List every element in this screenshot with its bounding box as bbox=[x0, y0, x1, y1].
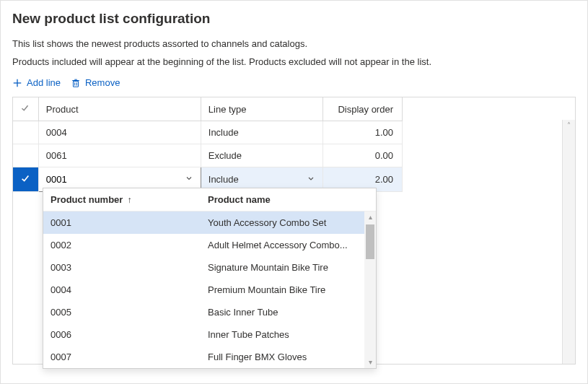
dropdown-item-number: 0004 bbox=[51, 284, 208, 295]
dropdown-item[interactable]: 0004 Premium Mountain Bike Tire bbox=[43, 279, 376, 301]
column-header-select[interactable] bbox=[13, 97, 38, 121]
product-cell[interactable]: 0061 bbox=[38, 144, 201, 167]
dropdown-item[interactable]: 0003 Signature Mountain Bike Tire bbox=[43, 256, 376, 279]
chevron-down-icon[interactable] bbox=[185, 174, 193, 185]
dropdown-header-name[interactable]: Product name bbox=[208, 194, 369, 205]
remove-label: Remove bbox=[85, 77, 120, 88]
column-header-displayorder[interactable]: Display order bbox=[322, 97, 402, 121]
dropdown-item-number: 0005 bbox=[51, 307, 208, 318]
dropdown-item-name: Signature Mountain Bike Tire bbox=[208, 262, 369, 273]
dropdown-item-name: Premium Mountain Bike Tire bbox=[208, 284, 369, 295]
grid-scrollbar[interactable]: ˄ bbox=[562, 120, 575, 364]
trash-icon bbox=[71, 78, 81, 88]
remove-button[interactable]: Remove bbox=[71, 77, 120, 88]
scroll-up-icon[interactable]: ˄ bbox=[563, 120, 575, 131]
table-row[interactable]: 0061 Exclude 0.00 bbox=[13, 144, 403, 167]
dropdown-item[interactable]: 0002 Adult Helmet Accessory Combo... bbox=[43, 234, 376, 256]
row-select-cell[interactable] bbox=[13, 167, 38, 192]
scroll-down-icon[interactable]: ▾ bbox=[364, 357, 376, 368]
data-table: Product Line type Display order 0004 Inc… bbox=[13, 97, 403, 192]
dropdown-item-number: 0001 bbox=[51, 217, 208, 228]
dropdown-item-name: Basic Inner Tube bbox=[208, 307, 369, 318]
checkmark-icon bbox=[20, 104, 30, 115]
add-line-button[interactable]: Add line bbox=[12, 77, 61, 88]
dropdown-item-name: Full Finger BMX Gloves bbox=[208, 352, 369, 362]
product-grid: Product Line type Display order 0004 Inc… bbox=[12, 97, 576, 365]
product-cell[interactable]: 0004 bbox=[38, 121, 201, 144]
dropdown-item-name: Youth Accessory Combo Set bbox=[208, 217, 369, 228]
scroll-up-icon[interactable]: ▴ bbox=[364, 211, 376, 223]
dropdown-scrollbar[interactable]: ▴ ▾ bbox=[364, 211, 376, 368]
plus-icon bbox=[12, 78, 22, 88]
dropdown-header: Product number ↑ Product name bbox=[43, 188, 376, 211]
displayorder-cell[interactable]: 0.00 bbox=[322, 144, 402, 167]
description-line-1: This list shows the newest products asso… bbox=[12, 38, 576, 49]
product-input[interactable] bbox=[46, 174, 185, 185]
dropdown-item[interactable]: 0006 Inner Tube Patches bbox=[43, 323, 376, 346]
column-header-product[interactable]: Product bbox=[38, 97, 201, 121]
product-lookup-dropdown: Product number ↑ Product name 0001 Youth… bbox=[43, 188, 377, 369]
dropdown-list: 0001 Youth Accessory Combo Set 0002 Adul… bbox=[43, 211, 376, 368]
scrollbar-thumb[interactable] bbox=[366, 224, 374, 259]
checkmark-icon bbox=[20, 173, 30, 186]
dropdown-item-name: Inner Tube Patches bbox=[208, 329, 369, 340]
dropdown-item-number: 0006 bbox=[51, 329, 208, 340]
toolbar: Add line Remove bbox=[12, 77, 576, 88]
dropdown-item-number: 0007 bbox=[51, 352, 208, 362]
svg-rect-2 bbox=[73, 81, 78, 87]
dropdown-item[interactable]: 0001 Youth Accessory Combo Set bbox=[43, 211, 376, 234]
linetype-cell[interactable]: Exclude bbox=[201, 144, 322, 167]
dropdown-item-number: 0002 bbox=[51, 240, 208, 250]
dropdown-header-number[interactable]: Product number ↑ bbox=[51, 194, 208, 205]
description-line-2: Products included will appear at the beg… bbox=[12, 56, 576, 67]
table-row[interactable]: 0004 Include 1.00 bbox=[13, 121, 403, 144]
chevron-down-icon[interactable] bbox=[307, 174, 315, 185]
column-header-linetype[interactable]: Line type bbox=[201, 97, 322, 121]
dropdown-header-number-label: Product number bbox=[51, 194, 123, 205]
displayorder-cell[interactable]: 1.00 bbox=[322, 121, 402, 144]
linetype-value: Include bbox=[209, 174, 239, 185]
linetype-cell[interactable]: Include bbox=[201, 121, 322, 144]
row-select-cell[interactable] bbox=[13, 144, 38, 167]
row-select-cell[interactable] bbox=[13, 121, 38, 144]
add-line-label: Add line bbox=[27, 77, 61, 88]
dropdown-item-number: 0003 bbox=[51, 262, 208, 273]
dropdown-item-name: Adult Helmet Accessory Combo... bbox=[208, 240, 369, 250]
dropdown-item[interactable]: 0005 Basic Inner Tube bbox=[43, 301, 376, 323]
dropdown-item[interactable]: 0007 Full Finger BMX Gloves bbox=[43, 346, 376, 368]
sort-ascending-icon: ↑ bbox=[127, 195, 131, 205]
page-title: New product list configuration bbox=[12, 11, 576, 27]
